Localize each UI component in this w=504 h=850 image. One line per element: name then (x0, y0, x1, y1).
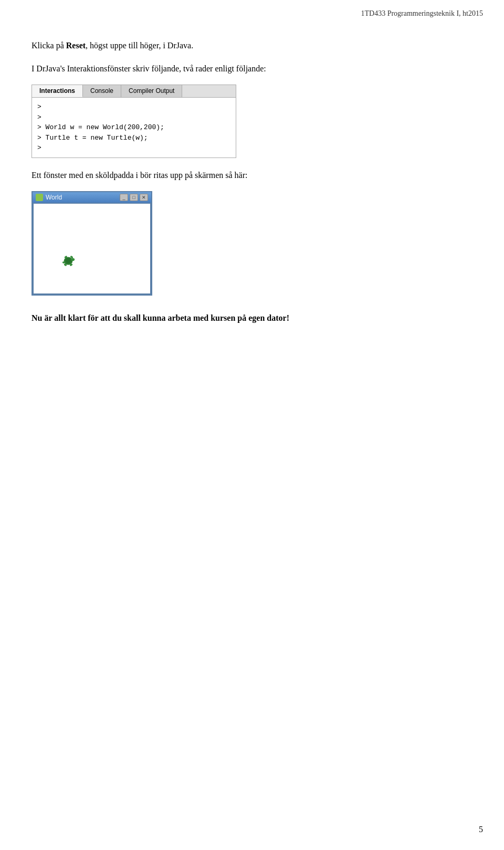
close-button[interactable]: ✕ (140, 194, 148, 201)
paragraph-1-before: Klicka på (32, 41, 66, 50)
paragraph-1: Klicka på Reset, högst uppe till höger, … (32, 39, 472, 53)
drjava-screenshot: Interactions Console Compiler Output > >… (32, 85, 236, 158)
svg-point-1 (71, 258, 75, 261)
final-paragraph: Nu är allt klart för att du skall kunna … (32, 311, 472, 325)
page-content: Klicka på Reset, högst uppe till höger, … (0, 18, 504, 346)
svg-point-7 (65, 258, 71, 263)
drjava-line-4: > Turtle t = new Turtle(w); (37, 133, 230, 143)
page-header: 1TD433 Programmeringsteknik I, ht2015 (0, 0, 504, 18)
minimize-button[interactable]: _ (120, 194, 128, 201)
tab-console[interactable]: Console (83, 85, 121, 97)
world-body (33, 203, 151, 295)
drjava-line-5: > (37, 143, 230, 153)
reset-bold: Reset (66, 41, 86, 50)
world-title-left: World (36, 194, 62, 201)
tab-compiler-output[interactable]: Compiler Output (121, 85, 182, 97)
drjava-body: > > > World w = new World(200,200); > Tu… (32, 98, 236, 158)
paragraph-3: Ett fönster med en sköldpadda i bör rita… (32, 169, 472, 182)
world-titlebar: World _ □ ✕ (33, 192, 151, 203)
world-window: World _ □ ✕ (32, 191, 152, 296)
drjava-tabs: Interactions Console Compiler Output (32, 85, 236, 98)
page-number: 5 (479, 825, 483, 834)
svg-point-2 (62, 261, 66, 264)
tab-interactions[interactable]: Interactions (32, 85, 83, 97)
drjava-line-3: > World w = new World(200,200); (37, 122, 230, 133)
paragraph-2: I DrJava's Interaktionsfönster skriv föl… (32, 62, 472, 76)
header-title: 1TD433 Programmeringsteknik I, ht2015 (361, 9, 483, 17)
world-title: World (46, 194, 62, 201)
world-controls: _ □ ✕ (120, 194, 148, 201)
paragraph-1-after: , högst uppe till höger, i DrJava. (86, 41, 193, 50)
turtle-icon (61, 254, 76, 268)
drjava-line-1: > (37, 102, 230, 112)
maximize-button[interactable]: □ (130, 194, 138, 201)
world-icon (36, 194, 43, 201)
drjava-line-2: > (37, 112, 230, 123)
